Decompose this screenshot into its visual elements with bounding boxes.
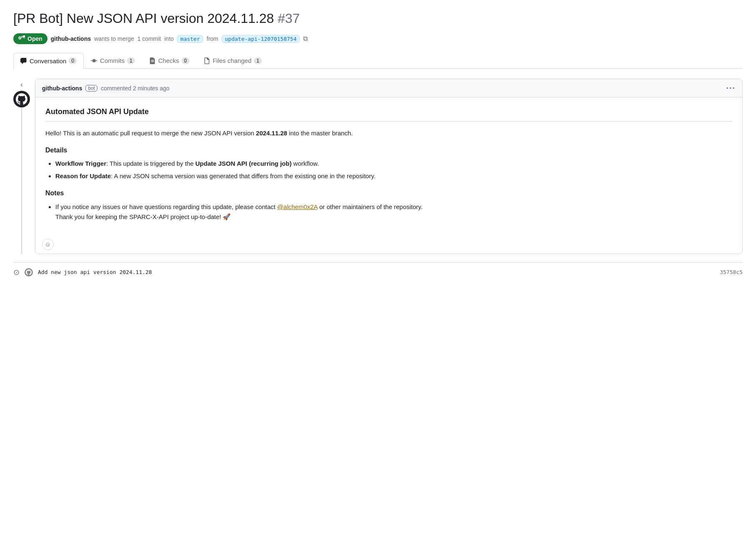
pr-commit-count: 1 commit [137, 35, 161, 42]
details-item-2: Reason for Update: A new JSON schema ver… [55, 171, 732, 181]
conversation-icon [20, 57, 27, 64]
pr-wants-text: wants to merge [94, 35, 134, 42]
pr-into-text: into [164, 35, 174, 42]
comment-author[interactable]: github-actions [42, 85, 82, 92]
tab-files-changed[interactable]: Files changed 1 [196, 52, 269, 68]
pr-tabs: Conversation 0 Commits 1 Checks 0 Files … [13, 52, 743, 69]
tab-commits-label: Commits [100, 57, 124, 64]
details-heading: Details [45, 145, 732, 156]
open-icon [18, 35, 25, 42]
pr-meta: Open github-actions wants to merge 1 com… [13, 33, 743, 44]
commit-node-icon: ⊙ [13, 268, 20, 277]
comment-card: github-actions bot commented 2 minutes a… [35, 79, 743, 254]
notes-heading: Notes [45, 188, 732, 199]
commit-user-icon [26, 269, 32, 275]
source-branch[interactable]: update-api-12070158754 [221, 35, 300, 43]
tab-checks-label: Checks [158, 57, 179, 64]
commit-line: ⊙ Add new json api version 2024.11.28 35… [13, 262, 743, 282]
pr-number: #37 [278, 11, 300, 26]
comment-intro: Hello! This is an automatic pull request… [45, 128, 732, 138]
copy-branch-icon[interactable]: ⧉ [303, 35, 308, 42]
pr-title: [PR Bot] New JSON API version 2024.11.28… [13, 10, 743, 27]
pr-from-text: from [206, 35, 218, 42]
comment-header: github-actions bot commented 2 minutes a… [35, 79, 742, 97]
comment-more-button[interactable]: ··· [726, 83, 736, 93]
details-item-1: Workflow Trigger: This update is trigger… [55, 159, 732, 169]
tab-conversation[interactable]: Conversation 0 [13, 53, 84, 69]
notes-list: If you notice any issues or have questio… [55, 202, 732, 222]
comment-footer: ☺ [35, 235, 742, 254]
commit-user-avatar [25, 268, 33, 276]
status-text: Open [27, 35, 42, 42]
thread-line [21, 107, 22, 254]
tab-files-changed-count: 1 [254, 57, 262, 64]
comment-title: Automated JSON API Update [45, 106, 732, 122]
bot-badge: bot [85, 85, 97, 92]
avatar-column: ‹ [13, 79, 30, 254]
tab-files-changed-label: Files changed [213, 57, 251, 64]
files-changed-icon [204, 57, 210, 64]
github-logo-icon [16, 93, 27, 105]
tab-checks[interactable]: Checks 0 [142, 52, 196, 68]
pr-actor: github-actions [51, 35, 91, 42]
author-avatar [13, 91, 30, 107]
emoji-reaction-button[interactable]: ☺ [42, 239, 54, 250]
open-status-badge: Open [13, 33, 47, 44]
comment-thread: ‹ github-actions bot commented 2 minutes… [13, 79, 743, 254]
commits-icon [91, 57, 97, 64]
pr-title-text: [PR Bot] New JSON API version 2024.11.28 [13, 11, 274, 26]
comment-header-left: github-actions bot commented 2 minutes a… [42, 85, 169, 92]
tab-commits[interactable]: Commits 1 [84, 52, 142, 68]
details-list: Workflow Trigger: This update is trigger… [55, 159, 732, 181]
tab-checks-count: 0 [182, 57, 189, 64]
notes-item-1: If you notice any issues or have questio… [55, 202, 732, 222]
nav-left-arrow[interactable]: ‹ [19, 79, 25, 91]
maintainer-link[interactable]: @alchem0x2A [277, 203, 318, 210]
tab-conversation-count: 0 [69, 57, 77, 64]
target-branch[interactable]: master [177, 35, 203, 43]
commit-message: Add new json api version 2024.11.28 [38, 269, 715, 275]
tab-conversation-label: Conversation [30, 57, 66, 65]
comment-time: commented 2 minutes ago [101, 85, 169, 92]
commit-hash[interactable]: 35758c5 [720, 269, 743, 275]
checks-icon [149, 57, 156, 64]
tab-commits-count: 1 [127, 57, 135, 64]
comment-body: Automated JSON API Update Hello! This is… [35, 97, 742, 235]
